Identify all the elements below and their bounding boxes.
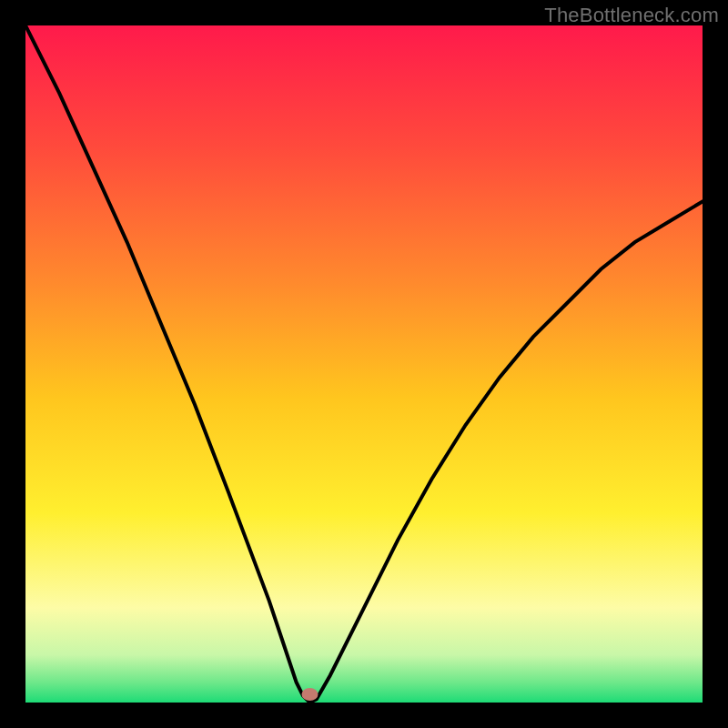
chart-frame [25,25,703,703]
gradient-background [25,25,703,703]
bottleneck-chart [25,25,703,703]
watermark-text: TheBottleneck.com [544,4,719,27]
minimum-marker [301,688,318,701]
